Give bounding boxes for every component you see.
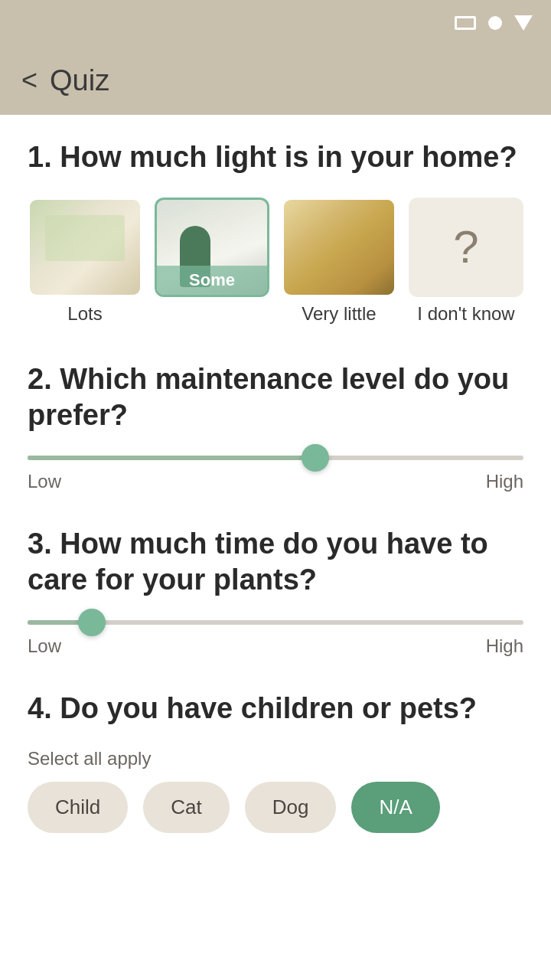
q2-slider-fill bbox=[28, 456, 315, 460]
question-1-title: 1. How much light is in your home? bbox=[28, 139, 523, 176]
wifi-icon bbox=[488, 16, 502, 30]
page-title: Quiz bbox=[50, 64, 109, 97]
q4-options: Child Cat Dog N/A bbox=[28, 782, 523, 833]
q2-slider-section: Low High bbox=[28, 456, 523, 492]
option-cat[interactable]: Cat bbox=[143, 782, 229, 833]
q2-slider-thumb[interactable] bbox=[302, 444, 329, 472]
option-some-image: Some bbox=[155, 198, 269, 297]
q3-low-label: Low bbox=[28, 635, 61, 657]
q3-high-label: High bbox=[486, 635, 523, 657]
option-dog[interactable]: Dog bbox=[245, 782, 337, 833]
q2-high-label: High bbox=[486, 471, 523, 492]
option-na[interactable]: N/A bbox=[351, 782, 439, 833]
back-button[interactable]: < bbox=[21, 67, 37, 94]
option-some-overlay: Some bbox=[157, 266, 267, 295]
option-dontknow-label: I don't know bbox=[417, 303, 514, 325]
option-lots[interactable]: Lots bbox=[28, 198, 142, 325]
option-dontknow-image: ? bbox=[409, 198, 523, 297]
question-3-title: 3. How much time do you have to care for… bbox=[28, 526, 523, 599]
q1-options: Lots Some Some Very little ? I don't kno… bbox=[28, 198, 523, 325]
q3-slider-thumb[interactable] bbox=[78, 609, 106, 636]
lots-room-image bbox=[30, 200, 140, 295]
option-verylittle-label: Very little bbox=[302, 303, 376, 325]
q3-slider-labels: Low High bbox=[28, 635, 523, 657]
verylittle-room-image bbox=[284, 200, 394, 295]
content-area: 1. How much light is in your home? Lots … bbox=[0, 115, 551, 980]
question-mark-icon: ? bbox=[453, 220, 478, 273]
header: < Quiz bbox=[0, 46, 551, 115]
q3-slider-track[interactable] bbox=[28, 620, 523, 625]
option-child[interactable]: Child bbox=[28, 782, 128, 833]
q4-subtitle: Select all apply bbox=[28, 748, 523, 769]
q2-low-label: Low bbox=[28, 471, 61, 492]
q2-slider-track[interactable] bbox=[28, 456, 523, 460]
option-verylittle[interactable]: Very little bbox=[282, 198, 396, 325]
signal-icon bbox=[455, 16, 476, 30]
option-some-label: Some bbox=[188, 303, 236, 325]
battery-icon bbox=[514, 15, 533, 31]
option-verylittle-image bbox=[282, 198, 396, 297]
status-bar bbox=[0, 0, 551, 46]
q3-slider-section: Low High bbox=[28, 620, 523, 657]
option-lots-label: Lots bbox=[67, 303, 102, 325]
option-lots-image bbox=[28, 198, 142, 297]
question-4-title: 4. Do you have children or pets? bbox=[28, 691, 523, 727]
question-2-title: 2. Which maintenance level do you prefer… bbox=[28, 361, 523, 434]
option-some[interactable]: Some Some bbox=[155, 198, 269, 325]
option-dontknow[interactable]: ? I don't know bbox=[409, 198, 523, 325]
q2-slider-labels: Low High bbox=[28, 471, 523, 492]
